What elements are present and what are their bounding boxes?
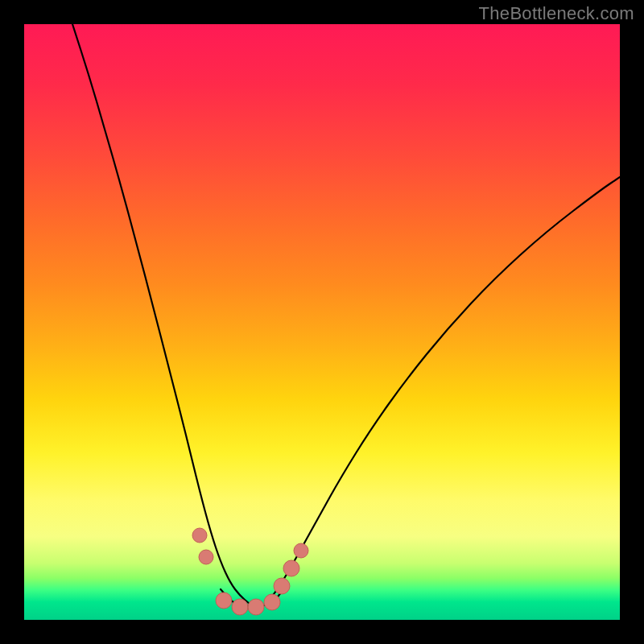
curve-canvas (24, 24, 620, 620)
data-marker (199, 550, 213, 564)
chart-stage: TheBottleneck.com (0, 0, 644, 644)
plot-area (24, 24, 620, 620)
left-curve (72, 24, 250, 604)
data-marker (264, 594, 280, 610)
data-marker (274, 578, 290, 594)
data-marker (248, 599, 264, 615)
watermark-text: TheBottleneck.com (479, 3, 634, 24)
bottom-arc (221, 589, 283, 607)
data-marker (294, 543, 308, 558)
marker-group (192, 528, 308, 615)
data-marker (232, 599, 248, 615)
data-marker (216, 592, 232, 609)
data-marker (283, 560, 299, 576)
right-curve (266, 177, 620, 604)
data-marker (192, 528, 207, 543)
